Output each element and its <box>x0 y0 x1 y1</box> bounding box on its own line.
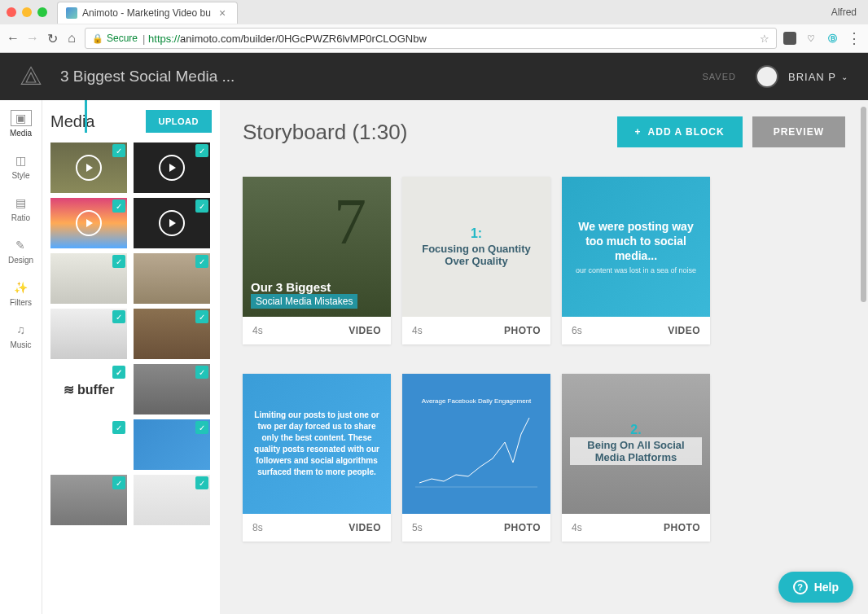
storyboard-card[interactable]: We were posting way too much to social m… <box>562 177 710 344</box>
media-grid: ✓✓✓✓✓✓✓✓≋ buffer✓✓✓✓✓✓ <box>50 143 212 525</box>
check-icon: ✓ <box>112 421 125 434</box>
reload-button[interactable]: ↻ <box>46 32 59 45</box>
card-type: PHOTO <box>504 522 541 533</box>
extension-icon[interactable]: Ⓑ <box>826 32 839 45</box>
extension-icon[interactable]: ♡ <box>804 32 818 45</box>
check-icon: ✓ <box>195 255 208 268</box>
media-thumbnail[interactable]: ≋ buffer✓ <box>50 364 127 414</box>
nav-item-music[interactable]: ♫ Music <box>10 322 31 349</box>
project-title: 3 Biggest Social Media ... <box>60 68 235 86</box>
user-menu[interactable]: BRIAN P ⌄ <box>788 71 848 83</box>
storyboard: Storyboard (1:30) + ADD A BLOCK PREVIEW … <box>220 100 868 614</box>
add-block-button[interactable]: + ADD A BLOCK <box>617 116 743 147</box>
storyboard-card[interactable]: 1: Focusing on Quantity Over Quality 4sP… <box>402 177 550 344</box>
media-thumbnail[interactable]: ✓ <box>134 475 210 525</box>
back-button[interactable]: ← <box>7 32 20 45</box>
media-thumbnail[interactable]: ✓ <box>134 253 210 304</box>
media-panel: Media UPLOAD ✓✓✓✓✓✓✓✓≋ buffer✓✓✓✓✓✓ <box>42 100 220 535</box>
card-duration: 4s <box>572 522 582 533</box>
card-preview: We were posting way too much to social m… <box>562 177 710 317</box>
preview-button[interactable]: PREVIEW <box>752 116 845 147</box>
secure-label: Secure <box>107 33 138 44</box>
storyboard-card[interactable]: Limiting our posts to just one or two pe… <box>243 374 391 542</box>
card-duration: 6s <box>572 325 582 336</box>
media-panel-title: Media <box>50 112 94 131</box>
browser-menu-icon[interactable]: ⋮ <box>847 31 861 46</box>
check-icon: ✓ <box>195 200 208 213</box>
card-type: PHOTO <box>504 325 541 336</box>
check-icon: ✓ <box>195 476 208 489</box>
nav-item-ratio[interactable]: ▤ Ratio <box>11 195 32 222</box>
card-duration: 8s <box>252 522 263 533</box>
browser-tab[interactable]: Animoto - Marketing Video bu × <box>57 2 238 24</box>
media-thumbnail[interactable]: ✓ <box>134 364 210 414</box>
media-thumbnail[interactable]: ✓ <box>50 143 127 193</box>
url-text: https://animoto.com/builder/0HGcPWZR6lvM… <box>148 33 427 45</box>
favicon-icon <box>66 7 77 19</box>
app-header: 3 Biggest Social Media ... SAVED BRIAN P… <box>0 53 868 100</box>
check-icon: ✓ <box>195 366 208 379</box>
card-type: VIDEO <box>668 325 700 336</box>
forward-button[interactable]: → <box>26 32 39 45</box>
wand-icon: ✨ <box>10 279 31 296</box>
card-preview: Limiting our posts to just one or two pe… <box>243 374 391 514</box>
card-type: VIDEO <box>349 522 381 533</box>
avatar[interactable] <box>756 65 778 88</box>
media-thumbnail[interactable]: ✓ <box>50 253 127 304</box>
nav-item-design[interactable]: ✎ Design <box>8 237 33 265</box>
card-preview: 1: Focusing on Quantity Over Quality <box>402 177 550 317</box>
brush-icon: ✎ <box>10 237 31 253</box>
help-button[interactable]: ? Help <box>778 572 853 603</box>
media-thumbnail[interactable]: ✓ <box>50 419 127 470</box>
left-nav: ▣ Media ◫ Style ▤ Ratio ✎ Design ✨ Filte… <box>0 100 42 614</box>
upload-button[interactable]: UPLOAD <box>146 110 212 133</box>
media-thumbnail[interactable]: ✓ <box>134 198 210 248</box>
card-type: PHOTO <box>664 522 700 533</box>
image-icon: ▣ <box>11 110 32 126</box>
media-thumbnail[interactable]: ✓ <box>134 419 210 470</box>
storyboard-card[interactable]: Average Facebook Daily Engagement 5sPHOT… <box>402 374 550 542</box>
bookmark-star-icon[interactable]: ☆ <box>760 33 769 45</box>
media-thumbnail[interactable]: ✓ <box>134 143 210 193</box>
media-thumbnail[interactable]: ✓ <box>50 475 127 525</box>
card-duration: 4s <box>412 325 423 336</box>
app-body: ▣ Media ◫ Style ▤ Ratio ✎ Design ✨ Filte… <box>0 100 868 614</box>
tab-title: Animoto - Marketing Video bu <box>82 7 211 19</box>
profile-name[interactable]: Alfred <box>831 7 857 18</box>
animoto-logo-icon[interactable] <box>20 65 42 88</box>
tab-close-icon[interactable]: × <box>219 7 226 20</box>
card-preview: Average Facebook Daily Engagement <box>402 374 550 514</box>
storyboard-card[interactable]: 2. Being On All Social Media Platforms 4… <box>562 374 710 542</box>
home-button[interactable]: ⌂ <box>65 32 78 45</box>
card-type: VIDEO <box>349 325 381 336</box>
help-icon: ? <box>793 580 808 594</box>
window-close-button[interactable] <box>7 7 16 17</box>
check-icon: ✓ <box>195 421 208 434</box>
check-icon: ✓ <box>195 144 208 157</box>
window-minimize-button[interactable] <box>22 7 32 17</box>
plus-icon: + <box>635 126 642 138</box>
media-thumbnail[interactable]: ✓ <box>134 309 210 359</box>
media-thumbnail[interactable]: ✓ <box>50 198 127 248</box>
storyboard-title: Storyboard (1:30) <box>243 120 407 145</box>
storyboard-card[interactable]: 7 Our 3 Biggest Social Media Mistakes 4s… <box>243 177 391 344</box>
extension-icon[interactable] <box>783 32 796 45</box>
active-indicator <box>85 100 87 133</box>
scrollbar[interactable] <box>861 107 866 302</box>
check-icon: ✓ <box>112 144 125 157</box>
save-status: SAVED <box>703 72 736 81</box>
music-icon: ♫ <box>11 322 32 338</box>
window-zoom-button[interactable] <box>37 7 47 17</box>
check-icon: ✓ <box>112 310 125 323</box>
browser-chrome: Animoto - Marketing Video bu × Alfred ← … <box>0 0 868 53</box>
username-label: BRIAN P <box>788 71 836 83</box>
nav-item-filters[interactable]: ✨ Filters <box>10 279 32 307</box>
nav-item-style[interactable]: ◫ Style <box>11 152 32 180</box>
url-input[interactable]: 🔒 Secure | https://animoto.com/builder/0… <box>85 28 777 49</box>
card-preview: 7 Our 3 Biggest Social Media Mistakes <box>243 177 391 317</box>
nav-item-media[interactable]: ▣ Media <box>10 110 32 138</box>
lock-icon: 🔒 <box>92 33 103 44</box>
check-icon: ✓ <box>112 476 125 489</box>
media-thumbnail[interactable]: ✓ <box>50 309 127 359</box>
extension-icons: ♡ Ⓑ ⋮ <box>783 31 861 46</box>
